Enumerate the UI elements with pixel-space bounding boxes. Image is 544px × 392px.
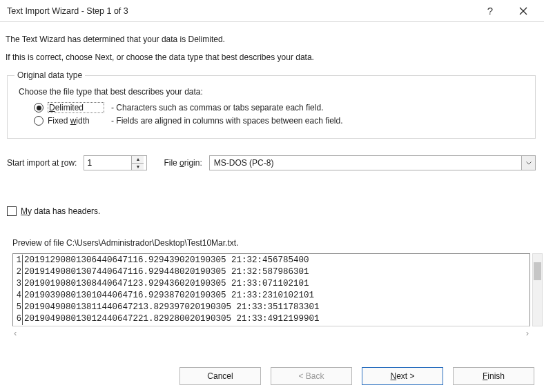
radio-delimited-row[interactable]: Delimited - Characters such as commas or… bbox=[34, 102, 528, 113]
file-origin-select[interactable]: MS-DOS (PC-8) bbox=[209, 155, 536, 170]
original-data-type-group: Original data type Choose the file type … bbox=[7, 70, 536, 139]
line-number: 4 bbox=[13, 290, 23, 302]
radio-fixed-label: Fixed width bbox=[48, 116, 104, 126]
intro-text-2: If this is correct, choose Next, or choo… bbox=[6, 52, 537, 62]
close-button[interactable] bbox=[509, 1, 537, 21]
line-text: 20191490801307440647116.929448020190305 … bbox=[23, 266, 309, 278]
file-origin-value: MS-DOS (PC-8) bbox=[210, 158, 521, 168]
chevron-down-icon bbox=[526, 161, 532, 165]
radio-delimited[interactable] bbox=[34, 103, 43, 112]
line-text: 20190190801308440647123.929436020190305 … bbox=[23, 278, 309, 290]
spinner-up-icon[interactable]: ▲ bbox=[132, 156, 144, 164]
start-row-input[interactable] bbox=[84, 156, 131, 170]
line-number: 6 bbox=[13, 313, 23, 325]
line-text: 201904908013811440647213.829397020190305… bbox=[23, 302, 320, 313]
radio-fixed-width[interactable] bbox=[34, 116, 43, 126]
help-button[interactable]: ? bbox=[476, 1, 504, 21]
radio-delimited-label: Delimited bbox=[48, 102, 104, 113]
import-start-row: Start import at row: ▲ ▼ File origin: MS… bbox=[7, 155, 536, 170]
cancel-button[interactable]: Cancel bbox=[179, 367, 261, 385]
headers-checkbox[interactable] bbox=[7, 206, 17, 216]
radio-fixed-row[interactable]: Fixed width - Fields are aligned in colu… bbox=[34, 116, 528, 126]
finish-button[interactable]: Finish bbox=[453, 367, 534, 385]
dialog-content: The Text Wizard has determined that your… bbox=[0, 22, 544, 338]
line-number: 2 bbox=[13, 266, 23, 278]
title-bar: Text Import Wizard - Step 1 of 3 ? bbox=[0, 0, 544, 22]
line-number: 3 bbox=[13, 278, 23, 290]
preview-label: Preview of file C:\Users\Administrador\D… bbox=[12, 238, 536, 248]
close-icon bbox=[519, 7, 527, 15]
preview-line: 6201904908013012440647221.82928002019030… bbox=[13, 313, 530, 325]
line-text: 20191290801306440647116.929439020190305 … bbox=[23, 255, 309, 266]
dialog-title: Text Import Wizard - Step 1 of 3 bbox=[7, 6, 476, 16]
preview-vertical-scrollbar[interactable] bbox=[532, 253, 543, 326]
hscroll-left-icon[interactable]: ‹ bbox=[12, 328, 18, 338]
spinner-down-icon[interactable]: ▼ bbox=[132, 164, 144, 170]
start-row-spinner[interactable]: ▲ ▼ bbox=[84, 155, 147, 170]
preview-horizontal-scroll[interactable]: ‹ › bbox=[12, 326, 530, 338]
group-legend: Original data type bbox=[14, 70, 85, 80]
radio-delimited-desc: - Characters such as commas or tabs sepa… bbox=[111, 103, 323, 112]
start-import-label: Start import at row: bbox=[7, 158, 77, 168]
preview-line: 320190190801308440647123.929436020190305… bbox=[13, 278, 530, 290]
spinner-arrows: ▲ ▼ bbox=[131, 156, 144, 170]
hscroll-right-icon[interactable]: › bbox=[525, 328, 530, 338]
headers-checkbox-label: My data has headers. bbox=[21, 206, 100, 216]
preview-box: 120191290801306440647116.929439020190305… bbox=[12, 253, 530, 326]
line-number: 5 bbox=[13, 302, 23, 313]
back-button[interactable]: < Back bbox=[271, 367, 352, 385]
button-bar: Cancel < Back Next > Finish bbox=[179, 367, 534, 385]
preview-line: 120191290801306440647116.929439020190305… bbox=[13, 255, 530, 266]
preview-line: 5201904908013811440647213.82939702019030… bbox=[13, 302, 530, 313]
line-text: 201904908013012440647221.829280020190305… bbox=[23, 313, 320, 325]
file-origin-dropdown-button[interactable] bbox=[521, 156, 535, 170]
line-number: 1 bbox=[13, 255, 23, 266]
next-button[interactable]: Next > bbox=[362, 367, 443, 385]
file-origin-label: File origin: bbox=[164, 158, 202, 168]
headers-checkbox-row[interactable]: My data has headers. bbox=[7, 206, 536, 216]
preview-line: 220191490801307440647116.929448020190305… bbox=[13, 266, 530, 278]
preview-line: 420190390801301044064716.929387020190305… bbox=[13, 290, 530, 302]
line-text: 20190390801301044064716.929387020190305 … bbox=[23, 290, 314, 302]
choose-file-type-label: Choose the file type that best describes… bbox=[19, 87, 528, 97]
intro-text-1: The Text Wizard has determined that your… bbox=[6, 35, 537, 44]
preview-wrap: 120191290801306440647116.929439020190305… bbox=[12, 253, 530, 338]
radio-fixed-desc: - Fields are aligned in columns with spa… bbox=[111, 116, 343, 126]
scrollbar-thumb[interactable] bbox=[534, 262, 541, 280]
